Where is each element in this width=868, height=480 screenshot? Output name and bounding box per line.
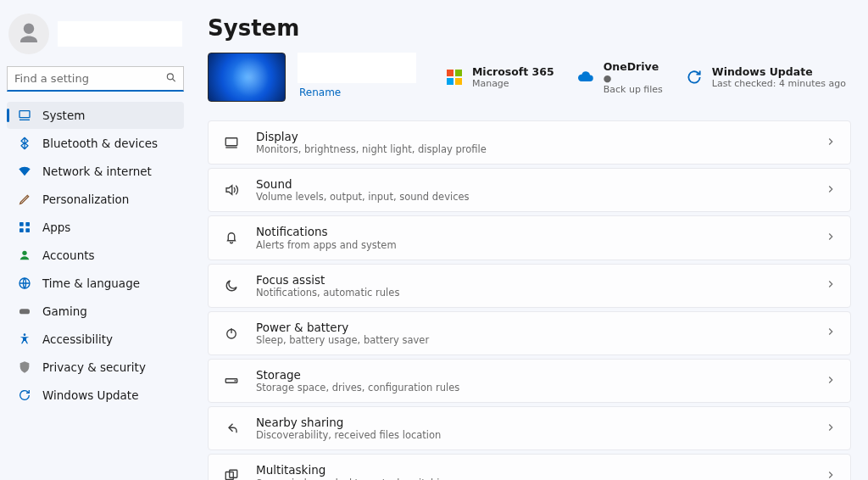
- hero-row: Rename Microsoft 365 Manage: [208, 53, 851, 102]
- card-display[interactable]: DisplayMonitors, brightness, night light…: [208, 120, 851, 165]
- desktop-thumbnail[interactable]: [208, 53, 286, 102]
- nav-label: System: [42, 109, 85, 122]
- update-icon: [17, 388, 32, 403]
- nav-apps[interactable]: Apps: [7, 214, 184, 241]
- nav-label: Privacy & security: [42, 360, 146, 374]
- svg-point-21: [235, 381, 236, 382]
- rename-link[interactable]: Rename: [298, 87, 416, 98]
- chevron-right-icon: [825, 135, 837, 151]
- apps-icon: [17, 220, 32, 235]
- card-title: Nearby sharing: [256, 416, 810, 429]
- card-title: Notifications: [256, 225, 810, 238]
- card-desc: Storage space, drives, configuration rul…: [256, 382, 810, 393]
- card-title: Power & battery: [256, 321, 810, 334]
- svg-rect-16: [225, 138, 237, 146]
- card-title: Sound: [256, 177, 810, 191]
- nav-label: Time & language: [42, 276, 140, 290]
- chevron-right-icon: [825, 421, 837, 437]
- card-desc: Sleep, battery usage, battery saver: [256, 334, 810, 346]
- nav-gaming[interactable]: Gaming: [7, 298, 184, 325]
- nav-time[interactable]: Time & language: [7, 270, 184, 297]
- update-sub: Last checked: 4 minutes ago: [712, 78, 846, 89]
- nav-accessibility[interactable]: Accessibility: [7, 326, 184, 353]
- svg-rect-12: [447, 70, 453, 76]
- nav-label: Bluetooth & devices: [42, 137, 158, 150]
- card-power[interactable]: Power & batterySleep, battery usage, bat…: [208, 311, 851, 355]
- microsoft365-icon: [445, 68, 464, 87]
- card-nearby-sharing[interactable]: Nearby sharingDiscoverability, received …: [208, 406, 851, 450]
- avatar: [8, 14, 49, 54]
- nav-label: Accounts: [42, 248, 95, 262]
- card-storage[interactable]: StorageStorage space, drives, configurat…: [208, 359, 851, 403]
- bell-icon: [222, 228, 241, 247]
- search-box: [7, 66, 184, 92]
- card-desc: Snap windows, desktops, task switching: [256, 477, 810, 481]
- chevron-right-icon: [825, 468, 837, 480]
- sidebar: System Bluetooth & devices Network & int…: [0, 0, 191, 480]
- nav-label: Network & internet: [42, 165, 152, 178]
- chevron-right-icon: [825, 230, 837, 246]
- nav-bluetooth[interactable]: Bluetooth & devices: [7, 130, 184, 157]
- card-title: Multitasking: [256, 463, 810, 477]
- onedrive-sub: Back up files: [604, 84, 663, 95]
- svg-rect-13: [455, 70, 462, 76]
- card-desc: Notifications, automatic rules: [256, 287, 810, 299]
- profile-block[interactable]: [7, 8, 184, 64]
- svg-point-8: [22, 251, 26, 255]
- nav-list: System Bluetooth & devices Network & int…: [7, 102, 184, 409]
- svg-rect-7: [25, 228, 30, 232]
- card-title: Storage: [256, 368, 810, 382]
- settings-list: DisplayMonitors, brightness, night light…: [208, 120, 851, 480]
- onedrive-icon: [576, 68, 595, 87]
- svg-rect-2: [19, 111, 30, 118]
- m365-title: Microsoft 365: [472, 65, 554, 78]
- microsoft365-card[interactable]: Microsoft 365 Manage: [445, 65, 554, 89]
- windows-update-card[interactable]: Windows Update Last checked: 4 minutes a…: [685, 65, 846, 89]
- globe-icon: [17, 276, 32, 291]
- gaming-icon: [17, 304, 32, 319]
- nav-label: Windows Update: [42, 388, 138, 402]
- bluetooth-icon: [17, 136, 32, 151]
- card-sound[interactable]: SoundVolume levels, output, input, sound…: [208, 168, 851, 212]
- nav-accounts[interactable]: Accounts: [7, 242, 184, 269]
- nav-label: Apps: [42, 220, 70, 234]
- m365-sub: Manage: [472, 78, 554, 89]
- svg-point-11: [24, 333, 26, 336]
- device-name-placeholder: [298, 53, 416, 83]
- page-title: System: [208, 15, 851, 41]
- nav-update[interactable]: Windows Update: [7, 382, 184, 409]
- svg-rect-4: [19, 222, 24, 226]
- card-multitasking[interactable]: MultitaskingSnap windows, desktops, task…: [208, 454, 851, 480]
- nav-label: Personalization: [42, 193, 129, 206]
- share-icon: [222, 419, 241, 438]
- multitasking-icon: [222, 466, 241, 480]
- card-desc: Alerts from apps and system: [256, 239, 810, 251]
- chevron-right-icon: [825, 373, 837, 389]
- svg-rect-5: [25, 222, 30, 226]
- chevron-right-icon: [825, 182, 837, 198]
- card-focus-assist[interactable]: Focus assistNotifications, automatic rul…: [208, 264, 851, 308]
- person-icon: [16, 21, 42, 47]
- search-input[interactable]: [7, 66, 184, 92]
- svg-rect-6: [19, 228, 24, 232]
- card-desc: Discoverability, received files location: [256, 429, 810, 441]
- nav-network[interactable]: Network & internet: [7, 158, 184, 185]
- nav-personalization[interactable]: Personalization: [7, 186, 184, 213]
- moon-icon: [222, 276, 241, 295]
- profile-name-placeholder: [58, 21, 182, 47]
- nav-privacy[interactable]: Privacy & security: [7, 354, 184, 381]
- storage-icon: [222, 371, 241, 390]
- update-status-icon: [685, 68, 704, 87]
- onedrive-card[interactable]: OneDrive ●Back up files: [576, 60, 663, 95]
- account-icon: [17, 248, 32, 263]
- chevron-right-icon: [825, 277, 837, 293]
- display-icon: [222, 133, 241, 152]
- card-title: Display: [256, 130, 810, 143]
- card-notifications[interactable]: NotificationsAlerts from apps and system: [208, 215, 851, 260]
- update-title: Windows Update: [712, 65, 846, 78]
- power-icon: [222, 324, 241, 343]
- accessibility-icon: [17, 332, 32, 347]
- chevron-right-icon: [825, 325, 837, 341]
- nav-system[interactable]: System: [7, 102, 184, 129]
- main-content: System Rename Microsoft 365 Manage: [191, 0, 868, 480]
